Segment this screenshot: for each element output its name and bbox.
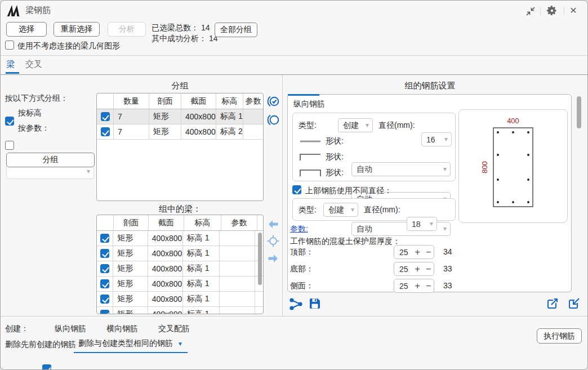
params-link[interactable]: 参数: bbox=[290, 224, 308, 234]
row-checkbox[interactable] bbox=[100, 264, 109, 273]
beams-table-scrollbar[interactable] bbox=[258, 233, 262, 285]
tab-longitudinal-rebar[interactable]: 纵向钢筋 bbox=[293, 99, 325, 109]
select-button[interactable]: 选择 bbox=[6, 22, 47, 37]
titlebar-divider bbox=[564, 7, 564, 15]
group-all-button[interactable]: 全部分组 bbox=[215, 23, 257, 37]
row-checkbox[interactable] bbox=[100, 234, 109, 243]
row-checkbox[interactable] bbox=[100, 279, 109, 288]
cover-side-stepper[interactable]: 25 + − bbox=[394, 279, 434, 293]
cover-bottom-stepper[interactable]: 25 + − bbox=[394, 262, 434, 276]
by-param-checkbox[interactable] bbox=[5, 141, 14, 150]
diameter-label: 直径(mm): bbox=[364, 205, 400, 215]
group-by-label: 按以下方式分组： bbox=[5, 93, 68, 104]
row-checkbox[interactable] bbox=[100, 295, 109, 304]
longitudinal-params-box: 类型: 创建 直径(mm): 16 形状: 自动 形状: 自动 形状: 自动 bbox=[292, 113, 456, 181]
table-row[interactable]: 矩形 400x800 标高 1 bbox=[97, 231, 263, 246]
top-rebar-diff-checkbox[interactable] bbox=[292, 185, 301, 194]
create-label: 创建： bbox=[5, 324, 29, 334]
cover-top-result: 34 bbox=[443, 247, 452, 256]
cover-bottom-label: 底部： bbox=[290, 264, 314, 274]
table-row[interactable]: 矩形 400x800 标高 1 bbox=[97, 307, 263, 314]
increment-button[interactable]: + bbox=[412, 279, 423, 292]
top-rebar-params-box: 类型: 创建 直径(mm): 18 bbox=[292, 198, 456, 221]
table-row[interactable]: 矩形 400x800 标高 1 bbox=[97, 261, 263, 277]
dialog-beam-rebar: 梁钢筋 × 选择 重新选择 分析 已选梁总数： 14 其中成功分析： 14 全部… bbox=[0, 0, 588, 370]
uncheck-all-icon[interactable] bbox=[266, 113, 280, 127]
decrement-button[interactable]: − bbox=[423, 262, 434, 275]
rebar-settings-title: 组的钢筋设置 bbox=[285, 81, 575, 91]
settings-gear-icon[interactable] bbox=[545, 3, 559, 18]
groups-table: 数量 剖面 截面 标高 参数 7 矩形 400x800 标高 1 7 矩形 40… bbox=[96, 93, 264, 201]
create-transverse-label: 横向钢筋 bbox=[106, 324, 138, 334]
panel-divider bbox=[282, 75, 283, 316]
use-geometry-checkbox[interactable] bbox=[5, 41, 14, 50]
delete-mode-value: 删除与创建类型相同的钢筋 bbox=[78, 338, 173, 349]
cover-top-label: 顶部： bbox=[290, 247, 314, 257]
table-row[interactable]: 矩形 400x800 标高 1 bbox=[97, 277, 263, 292]
group-button[interactable]: 分组 bbox=[6, 153, 95, 167]
beams-in-group-title: 组中的梁： bbox=[96, 204, 264, 215]
row-checkbox[interactable] bbox=[101, 112, 110, 121]
footer-divider bbox=[1, 316, 587, 316]
tab-active-indicator bbox=[6, 72, 19, 74]
tabbar-line bbox=[1, 74, 587, 75]
share-apply-icon[interactable] bbox=[289, 297, 303, 311]
tab-beam[interactable]: 梁 bbox=[6, 59, 15, 70]
by-param-label: 按参数： bbox=[18, 123, 50, 133]
create-longitudinal-checkbox[interactable] bbox=[42, 364, 51, 370]
cover-top-stepper[interactable]: 25 + − bbox=[394, 245, 434, 259]
rebar-settings-card: 纵向钢筋 类型: 创建 直径(mm): 16 形状: 自动 形状: 自动 形状:… bbox=[287, 94, 572, 292]
table-row[interactable]: 矩形 400x800 标高 1 bbox=[97, 292, 263, 307]
analyze-button[interactable]: 分析 bbox=[108, 22, 146, 37]
table-row[interactable]: 矩形 400x800 标高 1 bbox=[97, 246, 263, 261]
row-checkbox[interactable] bbox=[100, 249, 109, 258]
by-level-checkbox[interactable] bbox=[5, 117, 14, 126]
locate-target-icon[interactable] bbox=[267, 235, 279, 247]
decrement-button[interactable]: − bbox=[423, 279, 434, 292]
toolbar-separator bbox=[1, 55, 587, 56]
cross-section-diagram: 400 800 bbox=[458, 109, 568, 223]
save-icon[interactable] bbox=[309, 297, 321, 310]
run-rebar-button[interactable]: 执行钢筋 bbox=[537, 328, 582, 344]
delete-previous-label: 删除先前创建的钢筋： bbox=[5, 340, 84, 350]
close-icon[interactable]: × bbox=[566, 3, 581, 17]
shape-select-1[interactable]: 自动 bbox=[351, 162, 451, 176]
groups-table-header: 数量 剖面 截面 标高 参数 bbox=[97, 93, 263, 109]
shape-label: 形状: bbox=[326, 136, 344, 146]
groups-title: 分组 bbox=[96, 81, 264, 91]
top-type-select[interactable]: 创建 bbox=[323, 203, 358, 217]
by-level-label: 按标高 bbox=[18, 108, 42, 118]
diameter-select[interactable]: 16 bbox=[421, 132, 452, 146]
import-icon[interactable] bbox=[567, 297, 581, 311]
top-diameter-select[interactable]: 18 bbox=[407, 217, 437, 231]
delete-mode-dropdown[interactable]: 删除与创建类型相同的钢筋 ▼ bbox=[74, 337, 188, 353]
beams-table-header: 剖面 截面 标高 参数 bbox=[97, 215, 263, 231]
type-select[interactable]: 创建 bbox=[338, 118, 373, 132]
diagram-height-label: 800 bbox=[480, 161, 489, 173]
move-right-icon[interactable] bbox=[268, 253, 279, 264]
decrement-button[interactable]: − bbox=[423, 246, 434, 258]
analyzed-beams-count: 其中成功分析： 14 bbox=[152, 34, 217, 44]
row-checkbox[interactable] bbox=[100, 310, 109, 314]
cover-side-label: 侧面： bbox=[290, 281, 314, 291]
create-longitudinal-label: 纵向钢筋 bbox=[55, 324, 86, 334]
collapse-icon[interactable] bbox=[523, 4, 538, 19]
increment-button[interactable]: + bbox=[412, 246, 423, 258]
tab-cross[interactable]: 交叉 bbox=[25, 59, 42, 70]
row-checkbox[interactable] bbox=[101, 127, 110, 136]
check-all-icon[interactable] bbox=[266, 95, 280, 108]
cover-thickness-label: 工作钢筋的混凝土保护层厚度： bbox=[290, 237, 400, 247]
table-row[interactable]: 7 矩形 400x800 标高 1 bbox=[97, 109, 263, 124]
diagram-width-label: 400 bbox=[507, 117, 519, 125]
cover-side-result: 33 bbox=[443, 281, 452, 290]
export-icon[interactable] bbox=[546, 297, 559, 311]
right-panel-scrollbar[interactable] bbox=[577, 96, 581, 128]
titlebar-divider bbox=[540, 7, 541, 15]
section-tab-indicator bbox=[288, 94, 319, 96]
beams-table: 剖面 截面 标高 参数 矩形 400x800 标高 1 矩形 400x800 标… bbox=[96, 215, 264, 314]
table-row[interactable]: 7 矩形 400x800 标高 2 bbox=[97, 124, 263, 140]
shape-label: 形状: bbox=[326, 168, 344, 178]
reselect-button[interactable]: 重新选择 bbox=[54, 22, 100, 37]
increment-button[interactable]: + bbox=[412, 262, 423, 275]
move-left-icon[interactable] bbox=[268, 219, 279, 229]
